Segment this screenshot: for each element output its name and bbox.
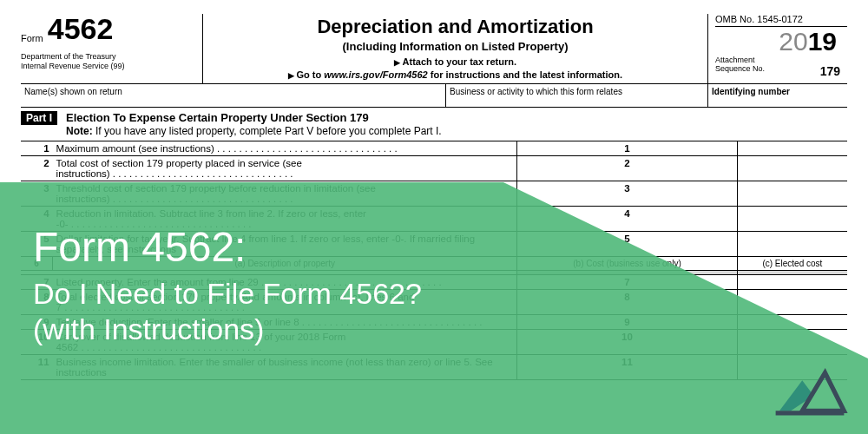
main-title: Depreciation and Amortization [214,16,697,38]
line-amount-field[interactable] [737,232,847,257]
dept-text: Department of the Treasury Internal Reve… [21,52,195,71]
overlay-banner-text: Form 4562: Do I Need to File Form 4562? … [33,226,422,347]
line-amount-field[interactable] [737,207,847,232]
year-suffix: 19 [808,27,837,56]
col-c-header: (c) Elected cost [737,257,847,271]
omb-number: OMB No. 1545-0172 [715,14,847,27]
line-box: 1 [517,141,737,156]
line-amount-field[interactable] [737,181,847,207]
note-text: If you have any listed property, complet… [93,125,442,137]
line-2-row: 2 Total cost of section 179 property pla… [21,156,847,181]
line-desc: Total cost of section 179 property place… [53,156,517,181]
line-num: 2 [21,156,53,181]
form-label: Form [21,33,43,43]
goto-url: www.irs.gov/Form4562 [324,69,427,80]
name-row: Name(s) shown on return Business or acti… [21,84,847,108]
part-title: Election To Expense Certain Property Und… [66,111,369,124]
line-amount-field[interactable] [737,141,847,156]
business-activity-field[interactable]: Business or activity to which this form … [446,84,708,107]
line-box: 2 [517,156,737,181]
goto-instruction: Go to www.irs.gov/Form4562 for instructi… [214,69,697,80]
overlay-title: Form 4562: [33,226,422,269]
seq-label-1: Attachment [715,56,755,64]
form-header: Form 4562 Department of the Treasury Int… [21,14,847,84]
attach-instruction: Attach to your tax return. [214,56,697,67]
svg-marker-0 [779,380,813,411]
overlay-sub-line-2: (with Instructions) [33,312,264,345]
subtitle: (Including Information on Listed Propert… [214,40,697,53]
attachment-sequence: Attachment Sequence No. 179 [715,56,847,73]
overlay-subtitle: Do I Need to File Form 4562? (with Instr… [33,276,422,347]
part-title-wrap: Election To Expense Certain Property Und… [66,111,442,137]
line-box: 3 [517,181,737,207]
overlay-sub-line-1: Do I Need to File Form 4562? [33,277,422,310]
tax-year: 2019 [715,27,847,56]
brand-logo-icon [771,358,849,418]
seq-label-2: Sequence No. [715,64,765,73]
note-bold: Note: [66,125,93,137]
part-1-header: Part I Election To Expense Certain Prope… [21,108,847,141]
seq-number: 179 [820,64,847,78]
dept-line-1: Department of the Treasury [21,52,195,62]
names-on-return-field[interactable]: Name(s) shown on return [21,84,446,107]
identifying-number-field[interactable]: Identifying number [708,84,847,107]
header-left-block: Form 4562 Department of the Treasury Int… [21,14,203,83]
form-number: 4562 [48,12,114,45]
part-note: Note: If you have any listed property, c… [66,125,442,137]
dept-line-2: Internal Revenue Service (99) [21,62,195,71]
line-num: 1 [21,141,53,156]
header-right-block: OMB No. 1545-0172 2019 Attachment Sequen… [708,14,847,83]
part-badge: Part I [21,111,57,125]
goto-suffix: for instructions and the latest informat… [428,69,622,80]
line-1-row: 1 Maximum amount (see instructions) 1 [21,141,847,156]
line-desc: Maximum amount (see instructions) [53,141,517,156]
header-center-block: Depreciation and Amortization (Including… [203,14,708,83]
goto-prefix: Go to [297,69,325,80]
line-amount-field[interactable] [737,275,847,290]
year-prefix: 20 [779,27,807,56]
line-amount-field[interactable] [737,156,847,181]
svg-rect-2 [776,411,845,415]
